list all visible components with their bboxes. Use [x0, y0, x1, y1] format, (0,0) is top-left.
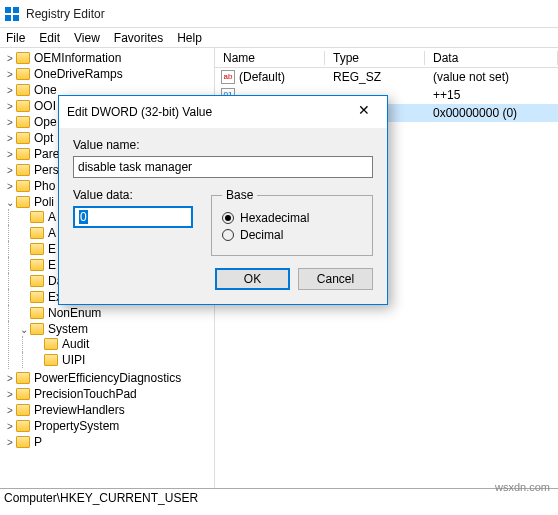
tree-item[interactable]: UIPI [32, 353, 214, 367]
tree-label: UIPI [62, 353, 85, 367]
folder-icon [16, 180, 30, 192]
tree-label: OEMInformation [34, 51, 121, 65]
expand-icon[interactable]: > [4, 389, 16, 400]
tree-item[interactable]: >PropertySystem [4, 419, 214, 433]
base-label: Base [222, 188, 257, 202]
tree-label: PropertySystem [34, 419, 119, 433]
tree-label: A [48, 210, 56, 224]
folder-icon [16, 164, 30, 176]
tree-label: One [34, 83, 57, 97]
menu-file[interactable]: File [6, 31, 25, 45]
col-name[interactable]: Name [215, 51, 325, 65]
folder-icon [30, 211, 44, 223]
tree-label: P [34, 435, 42, 449]
folder-icon [16, 132, 30, 144]
close-icon[interactable]: ✕ [349, 102, 379, 122]
expand-icon[interactable]: > [4, 133, 16, 144]
titlebar: Registry Editor [0, 0, 558, 28]
tree-label: PrecisionTouchPad [34, 387, 137, 401]
folder-icon [30, 291, 44, 303]
tree-item[interactable]: >P [4, 435, 214, 449]
watermark: wsxdn.com [495, 481, 550, 493]
svg-rect-1 [13, 7, 19, 13]
expand-icon[interactable]: > [4, 53, 16, 64]
value-data-label: Value data: [73, 188, 193, 202]
tree-label: PreviewHandlers [34, 403, 125, 417]
tree-label: OneDriveRamps [34, 67, 123, 81]
regedit-icon [4, 6, 20, 22]
expand-icon[interactable]: > [4, 101, 16, 112]
expand-icon[interactable]: > [4, 405, 16, 416]
svg-rect-2 [5, 15, 11, 21]
folder-icon [30, 323, 44, 335]
tree-item[interactable]: >PowerEfficiencyDiagnostics [4, 371, 214, 385]
expand-icon[interactable]: > [4, 149, 16, 160]
cancel-button[interactable]: Cancel [298, 268, 373, 290]
expand-icon[interactable]: > [4, 181, 16, 192]
tree-label: A [48, 226, 56, 240]
col-data[interactable]: Data [425, 51, 558, 65]
tree-item[interactable]: >PreviewHandlers [4, 403, 214, 417]
folder-icon [30, 307, 44, 319]
tree-label: System [48, 322, 88, 336]
value-data-input[interactable]: 0 [73, 206, 193, 228]
expand-icon[interactable]: ⌄ [18, 324, 30, 335]
folder-icon [16, 100, 30, 112]
folder-icon [16, 148, 30, 160]
tree-label: OOI [34, 99, 56, 113]
value-name-input[interactable] [73, 156, 373, 178]
dialog-titlebar[interactable]: Edit DWORD (32-bit) Value ✕ [59, 96, 387, 128]
folder-icon [16, 116, 30, 128]
radio-icon [222, 229, 234, 241]
expand-icon[interactable]: > [4, 373, 16, 384]
radio-dec[interactable]: Decimal [222, 228, 362, 242]
folder-icon [16, 404, 30, 416]
folder-icon [30, 227, 44, 239]
folder-icon [16, 196, 30, 208]
menu-help[interactable]: Help [177, 31, 202, 45]
menu-view[interactable]: View [74, 31, 100, 45]
col-type[interactable]: Type [325, 51, 425, 65]
radio-icon [222, 212, 234, 224]
tree-label: PowerEfficiencyDiagnostics [34, 371, 181, 385]
window-title: Registry Editor [26, 7, 105, 21]
menubar: File Edit View Favorites Help [0, 28, 558, 48]
statusbar: Computer\HKEY_CURRENT_USER [0, 488, 558, 508]
tree-item[interactable]: NonEnum [18, 306, 214, 320]
folder-icon [44, 338, 58, 350]
ok-button[interactable]: OK [215, 268, 290, 290]
folder-icon [16, 52, 30, 64]
expand-icon[interactable]: > [4, 165, 16, 176]
svg-rect-0 [5, 7, 11, 13]
menu-edit[interactable]: Edit [39, 31, 60, 45]
tree-label: Poli [34, 195, 54, 209]
folder-icon [16, 420, 30, 432]
folder-icon [44, 354, 58, 366]
tree-item[interactable]: >PrecisionTouchPad [4, 387, 214, 401]
edit-dword-dialog: Edit DWORD (32-bit) Value ✕ Value name: … [58, 95, 388, 305]
list-row[interactable]: ab(Default)REG_SZ(value not set) [215, 68, 558, 86]
tree-item[interactable]: ⌄System [18, 322, 214, 336]
tree-label: E [48, 242, 56, 256]
tree-label: Pare [34, 147, 59, 161]
expand-icon[interactable]: > [4, 421, 16, 432]
expand-icon[interactable]: > [4, 85, 16, 96]
radio-hex[interactable]: Hexadecimal [222, 211, 362, 225]
tree-item[interactable]: Audit [32, 337, 214, 351]
expand-icon[interactable]: ⌄ [4, 197, 16, 208]
tree-label: Pers [34, 163, 59, 177]
tree-label: Opt [34, 131, 53, 145]
folder-icon [16, 84, 30, 96]
expand-icon[interactable]: > [4, 117, 16, 128]
expand-icon[interactable]: > [4, 437, 16, 448]
base-group: Base Hexadecimal Decimal [211, 188, 373, 256]
folder-icon [30, 275, 44, 287]
folder-icon [30, 243, 44, 255]
dialog-title: Edit DWORD (32-bit) Value [67, 105, 212, 119]
folder-icon [16, 436, 30, 448]
expand-icon[interactable]: > [4, 69, 16, 80]
tree-label: E [48, 258, 56, 272]
menu-favorites[interactable]: Favorites [114, 31, 163, 45]
tree-item[interactable]: >OneDriveRamps [4, 67, 214, 81]
tree-item[interactable]: >OEMInformation [4, 51, 214, 65]
